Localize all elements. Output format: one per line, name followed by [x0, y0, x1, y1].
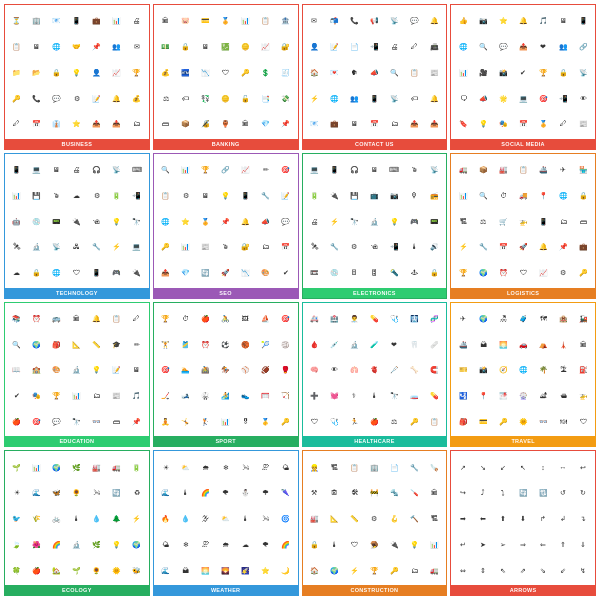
icon-cell: 🗣: [344, 60, 364, 86]
icon-cell: ⏰: [493, 260, 513, 286]
icon-cell: 🏛: [424, 480, 444, 506]
icon-cell: 🎫: [453, 357, 473, 383]
icon-cell: 💡: [384, 208, 404, 234]
icon-cell: 🗂: [404, 557, 424, 583]
icon-cell: 💿: [27, 208, 47, 234]
icon-cell: 🖱: [216, 234, 236, 260]
icon-cell: ⭐: [256, 557, 276, 583]
icon-cell: 📷: [384, 183, 404, 209]
icon-cell: 📅: [493, 234, 513, 260]
icon-cell: 🌱: [67, 557, 87, 583]
icon-cell: 👥: [107, 34, 127, 60]
icon-cell: 📅: [364, 111, 384, 137]
icon-cell: 🩺: [384, 306, 404, 332]
icon-cell: 🌍: [47, 454, 67, 480]
icon-cell: 📁: [7, 60, 27, 86]
icon-cell: 🌤: [156, 532, 176, 558]
icon-cell: 🌿: [87, 532, 107, 558]
icon-cell: 📅: [513, 111, 533, 137]
icon-cell: ⚡: [453, 234, 473, 260]
icon-cell: 🎮: [404, 208, 424, 234]
icon-cell: ❄: [176, 532, 196, 558]
icon-cell: 🏋: [156, 331, 176, 357]
icon-cell: 🔍: [473, 34, 493, 60]
icon-cell: 💻: [127, 234, 147, 260]
icon-cell: 📊: [176, 157, 196, 183]
icon-cell: 🌁: [493, 383, 513, 409]
icon-cell: ⚡: [344, 557, 364, 583]
icon-cell: 📝: [324, 34, 344, 60]
icon-cell: ✈: [553, 157, 573, 183]
icon-cell: 🏛: [236, 111, 256, 137]
icon-cell: ☁: [7, 260, 27, 286]
icon-cell: 📬: [324, 8, 344, 34]
icon-cell: 📌: [127, 409, 147, 435]
icon-cell: 🍽: [553, 409, 573, 435]
icon-cell: 🩹: [424, 331, 444, 357]
icon-cell: 🚁: [513, 208, 533, 234]
icon-cell: 📄: [384, 454, 404, 480]
icon-cell: 💳: [196, 8, 216, 34]
icon-cell: 🖥: [127, 357, 147, 383]
icon-cell: 👟: [236, 383, 256, 409]
icon-cell: 🩸: [305, 331, 325, 357]
icon-cell: 📋: [256, 8, 276, 34]
icon-cell: 🔑: [156, 234, 176, 260]
icon-cell: 🧠: [305, 357, 325, 383]
icon-cell: 🎧: [344, 157, 364, 183]
icon-cell: 🖊: [404, 34, 424, 60]
icon-cell: 🍎: [27, 557, 47, 583]
icon-cell: 👷: [305, 454, 325, 480]
icon-cell: 🔋: [107, 183, 127, 209]
icon-cell: 💡: [216, 183, 236, 209]
icon-cell: 🚗: [513, 331, 533, 357]
icon-cell: 🤸: [176, 409, 196, 435]
icon-cell: 🌿: [67, 454, 87, 480]
icon-cell: 📱: [533, 208, 553, 234]
icon-cell: 📷: [473, 8, 493, 34]
icon-cell: 🌻: [67, 480, 87, 506]
icon-cell: 🪙: [236, 34, 256, 60]
icon-cell: ↴: [573, 506, 593, 532]
icon-cell: ⚡: [305, 85, 325, 111]
icon-cell: 🔌: [324, 183, 344, 209]
icon-cell: 📥: [107, 111, 127, 137]
icon-cell: 🔌: [127, 260, 147, 286]
icon-cell: ⏳: [7, 8, 27, 34]
icon-cell: 🌍: [127, 532, 147, 558]
icon-cell: 📱: [67, 8, 87, 34]
icon-cell: 🖱: [47, 183, 67, 209]
icon-cell: 🍎: [364, 409, 384, 435]
icon-cell: 💻: [305, 157, 325, 183]
icon-cell: 🌟: [493, 85, 513, 111]
icon-cell: 🐦: [7, 506, 27, 532]
icon-cell: 🔧: [404, 454, 424, 480]
icon-cell: 📋: [344, 454, 364, 480]
icon-cell: 📰: [573, 111, 593, 137]
category-label-seo: SEO: [154, 288, 298, 298]
icon-cell: 📢: [364, 8, 384, 34]
icon-cell: 💉: [324, 331, 344, 357]
icon-cell: 🔨: [404, 506, 424, 532]
icon-cell: 🖲: [87, 208, 107, 234]
category-label-technology: TECHNOLOGY: [5, 288, 149, 298]
icon-cell: 🔬: [344, 331, 364, 357]
icon-cell: 🏌: [196, 409, 216, 435]
icon-cell: 🔊: [424, 234, 444, 260]
icon-cell: 📤: [404, 111, 424, 137]
icon-cell: 🦷: [404, 331, 424, 357]
icon-cell: 👔: [47, 111, 67, 137]
icon-cell: 🎯: [276, 157, 296, 183]
icon-cell: 🧲: [424, 357, 444, 383]
icon-cell: 🔄: [107, 480, 127, 506]
icon-cell: 🎿: [176, 383, 196, 409]
icon-cell: 📊: [236, 8, 256, 34]
icon-cell: 🔒: [27, 260, 47, 286]
icon-cell: 📌: [216, 208, 236, 234]
icon-cell: ❄: [216, 454, 236, 480]
icon-cell: 🌠: [236, 557, 256, 583]
icon-cell: 🌱: [7, 454, 27, 480]
icon-cell: 🌾: [27, 506, 47, 532]
icon-cell: 🏢: [27, 8, 47, 34]
icon-cell: ⚙: [87, 183, 107, 209]
